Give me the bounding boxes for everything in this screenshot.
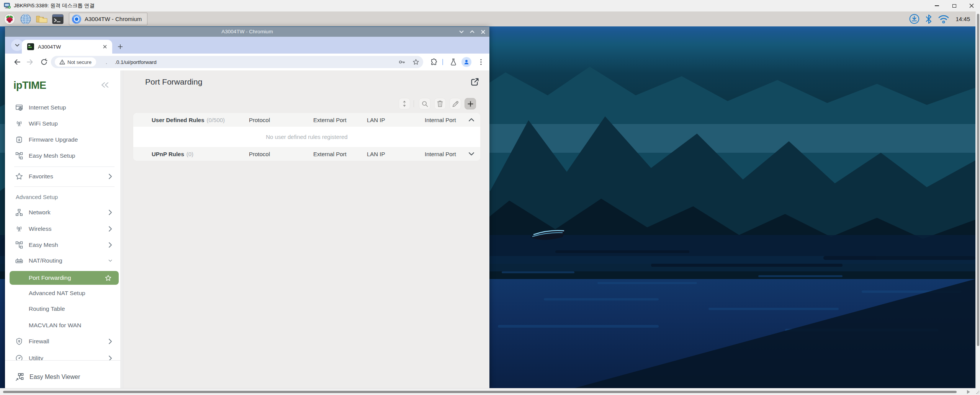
chevron-down-icon <box>459 30 464 33</box>
browser-toolbar: Not secure . .0.1/ui/portforward <box>5 54 489 70</box>
chevron-up-icon <box>470 30 474 33</box>
group-title: UPnP Rules <box>152 151 184 157</box>
new-tab-button[interactable] <box>115 42 125 52</box>
forward-button[interactable] <box>25 57 34 67</box>
chromium-window: A3004TW - Chromium A3004TW <box>5 27 489 388</box>
rdp-minimize-button[interactable] <box>928 0 946 11</box>
edit-button[interactable] <box>450 98 461 109</box>
taskbar-window-button-chromium[interactable]: A3004TW - Chromium <box>69 13 147 25</box>
mesh-icon <box>15 241 23 249</box>
main-content: Port Forwarding <box>124 70 489 388</box>
window-close-button[interactable] <box>478 27 488 36</box>
sidebar-scrollbar[interactable] <box>120 70 123 388</box>
chevron-down-icon <box>468 150 475 157</box>
rdp-close-button[interactable] <box>963 0 980 11</box>
iptime-logo[interactable]: ipTIME <box>13 80 46 91</box>
sidebar-item-easy-mesh[interactable]: Easy Mesh <box>5 237 123 253</box>
warning-triangle-icon <box>59 59 65 65</box>
security-chip[interactable]: Not secure <box>55 57 96 67</box>
sort-arrows-icon <box>402 100 407 107</box>
bookmark-star-icon[interactable] <box>412 59 419 65</box>
window-shade-button[interactable] <box>457 27 466 36</box>
back-arrow-icon <box>13 58 21 66</box>
sidebar-item-easy-mesh-setup[interactable]: Easy Mesh Setup <box>5 148 123 164</box>
column-internal-port: Internal Port <box>425 113 456 127</box>
reorder-button[interactable] <box>399 98 410 109</box>
sidebar-item-wireless[interactable]: Wireless <box>5 221 123 237</box>
sidebar-divider <box>14 186 115 187</box>
favorite-star-icon[interactable] <box>105 274 112 282</box>
rdp-vertical-scrollbar[interactable] <box>975 11 980 388</box>
taskbar-clock[interactable]: 14:45 <box>955 16 970 22</box>
chevron-down-icon <box>15 44 20 47</box>
sidebar-item-utility[interactable]: Utility <box>5 350 123 361</box>
password-key-icon[interactable] <box>398 59 405 65</box>
browser-menu-button[interactable] <box>476 57 486 67</box>
sidebar-item-network[interactable]: Network <box>5 204 123 220</box>
tab-close-button[interactable] <box>101 43 108 50</box>
close-icon <box>481 30 485 34</box>
sidebar-item-easy-mesh-viewer[interactable]: Easy Mesh Viewer <box>5 369 123 385</box>
add-rule-button[interactable] <box>465 98 476 109</box>
antenna-icon <box>15 225 23 233</box>
sidebar-item-routing-table[interactable]: Routing Table <box>5 301 123 317</box>
chevron-right-icon <box>108 209 112 215</box>
rdp-maximize-button[interactable] <box>946 0 963 11</box>
chevron-down-icon <box>108 259 112 263</box>
sidebar-item-internet-setup[interactable]: Internet Setup <box>5 100 123 116</box>
taskbar-filemanager-button[interactable] <box>35 13 48 26</box>
tab-favicon <box>27 43 34 50</box>
window-maximize-button[interactable] <box>468 27 477 36</box>
rdp-horizontal-scrollbar[interactable] <box>0 388 975 395</box>
group-header-upnp-rules[interactable]: UPnP Rules (0) Protocol External Port LA… <box>133 147 480 161</box>
back-button[interactable] <box>13 57 22 67</box>
experiments-button[interactable] <box>448 57 458 67</box>
wifi-tray-icon[interactable] <box>938 14 949 24</box>
address-bar[interactable]: Not secure . .0.1/ui/portforward <box>51 56 423 68</box>
rdp-vertical-scrollbar-thumb[interactable] <box>977 14 979 346</box>
sidebar-item-port-forwarding-active[interactable]: Port Forwarding <box>10 271 119 285</box>
chromium-icon <box>72 14 82 24</box>
scroll-right-arrow-icon[interactable] <box>967 390 970 394</box>
internet-icon <box>15 103 23 112</box>
sidebar-item-firmware-upgrade[interactable]: Firmware Upgrade <box>5 132 123 148</box>
taskbar-browser-button[interactable] <box>19 13 32 26</box>
group-count: (0) <box>187 151 193 157</box>
sidebar-item-favorites[interactable]: Favorites <box>5 168 123 184</box>
delete-button[interactable] <box>434 98 446 109</box>
remote-desktop-viewport: A3004TW - Chromium 14:45 A3004TW - Chrom… <box>0 11 975 388</box>
export-share-button[interactable] <box>470 77 480 87</box>
minimize-icon <box>935 5 939 6</box>
sidebar-collapse-button[interactable] <box>101 82 109 88</box>
reload-button[interactable] <box>39 57 49 67</box>
taskbar-menu-button[interactable] <box>3 13 16 26</box>
column-lan-ip: LAN IP <box>367 113 385 127</box>
tab-a3004tw[interactable]: A3004TW <box>22 40 112 54</box>
taskbar-terminal-button[interactable] <box>51 13 64 26</box>
double-chevron-left-icon <box>101 82 109 88</box>
chevron-right-icon <box>108 173 112 180</box>
rdp-horizontal-scrollbar-thumb[interactable] <box>3 391 957 393</box>
rdp-window-title: JBKRPi5:3389: 원격 데스크톱 연결 <box>14 2 95 9</box>
search-button[interactable] <box>419 98 430 109</box>
person-icon <box>463 59 470 65</box>
sidebar-item-wifi-setup[interactable]: WiFi Setup <box>5 116 123 132</box>
chromium-titlebar[interactable]: A3004TW - Chromium <box>5 27 489 37</box>
sidebar-item-nat-routing[interactable]: NAT/Routing <box>5 253 123 269</box>
bluetooth-tray-icon[interactable] <box>926 14 932 24</box>
shield-icon <box>15 337 23 346</box>
terminal-icon <box>52 14 64 24</box>
sidebar-item-advanced-nat-setup[interactable]: Advanced NAT Setup <box>5 285 123 301</box>
plus-icon <box>467 101 474 107</box>
gauge-icon <box>15 354 23 361</box>
url-text: .0.1/ui/portforward <box>115 59 157 65</box>
group-header-user-defined-rules[interactable]: User Defined Rules (0/500) Protocol Exte… <box>133 113 480 127</box>
security-chip-label: Not secure <box>67 59 92 65</box>
profile-avatar[interactable] <box>461 57 471 67</box>
sidebar-item-firewall[interactable]: Firewall <box>5 333 123 349</box>
chevron-right-icon <box>108 355 112 361</box>
sidebar-item-macvlan-for-wan[interactable]: MACVLAN for WAN <box>5 317 123 333</box>
rdp-resize-corner[interactable] <box>975 388 980 395</box>
updater-tray-icon[interactable] <box>909 14 919 24</box>
extensions-button[interactable] <box>429 57 439 67</box>
